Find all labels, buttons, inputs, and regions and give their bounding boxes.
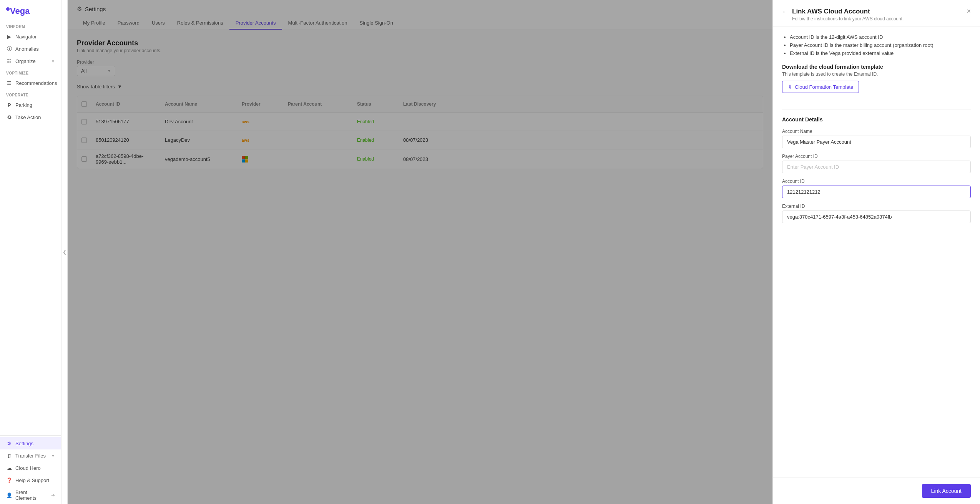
- section-label-voptimize: vOptimize: [0, 67, 61, 77]
- section-label-vinform: vInform: [0, 21, 61, 30]
- main-content: ⚙ Settings My Profile Password Users Rol…: [68, 0, 772, 504]
- info-bullets: Account ID is the 12-digit AWS account I…: [782, 34, 971, 56]
- sidebar-item-organize[interactable]: ☷ Organize ▼: [0, 55, 61, 67]
- right-panel: ← Link AWS Cloud Account Follow the inst…: [772, 0, 980, 504]
- sidebar-section-voperate: vOperate P Parking ✪ Take Action: [0, 89, 61, 123]
- sidebar-section-vinform: vInform ▶ Navigator ⓘ Anomalies ☷ Organi…: [0, 21, 61, 67]
- panel-close-button[interactable]: ×: [967, 8, 971, 15]
- sidebar-item-help-support[interactable]: ❓ Help & Support: [0, 474, 61, 486]
- transfer-icon: ⇵: [6, 453, 12, 459]
- field-label-account-name: Account Name: [782, 129, 971, 134]
- account-details-heading: Account Details: [782, 116, 971, 123]
- field-label-payer-account-id: Payer Account ID: [782, 154, 971, 159]
- sidebar-item-transfer-files[interactable]: ⇵ Transfer Files ▼: [0, 449, 61, 462]
- account-name-input[interactable]: [782, 136, 971, 148]
- help-icon: ❓: [6, 477, 12, 483]
- account-id-input[interactable]: [782, 186, 971, 198]
- sidebar-item-cloud-hero[interactable]: ☁ Cloud Hero: [0, 462, 61, 474]
- divider: [782, 109, 971, 109]
- sidebar-item-take-action[interactable]: ✪ Take Action: [0, 111, 61, 123]
- sidebar-item-recommendations[interactable]: ☰ Recommendations: [0, 77, 61, 89]
- field-group-external-id: External ID: [782, 204, 971, 223]
- link-account-button[interactable]: Link Account: [922, 484, 971, 498]
- logout-icon[interactable]: ➔: [51, 492, 55, 498]
- field-group-account-id: Account ID: [782, 179, 971, 198]
- panel-back-button[interactable]: ←: [782, 8, 788, 15]
- parking-icon: P: [6, 102, 12, 108]
- external-id-input[interactable]: [782, 211, 971, 223]
- panel-header-left: ← Link AWS Cloud Account Follow the inst…: [782, 8, 904, 22]
- navigate-icon: ▶: [6, 33, 12, 40]
- download-section-heading: Download the cloud formation template: [782, 64, 971, 70]
- sidebar-item-settings[interactable]: ⚙ Settings: [0, 437, 61, 449]
- sidebar-item-brent-clements[interactable]: 👤 Brent Clements ➔: [0, 486, 61, 504]
- sidebar-bottom: ⚙ Settings ⇵ Transfer Files ▼ ☁ Cloud He…: [0, 435, 61, 504]
- list-icon: ☰: [6, 80, 12, 86]
- bullet-1: Account ID is the 12-digit AWS account I…: [790, 34, 971, 40]
- sidebar-logo: Vega: [0, 0, 61, 21]
- overlay-backdrop: [68, 0, 772, 504]
- sidebar-toggle[interactable]: ❮: [61, 0, 68, 504]
- cloud-formation-button[interactable]: ⇓ Cloud Formation Template: [782, 81, 859, 93]
- sidebar-item-navigator[interactable]: ▶ Navigator: [0, 30, 61, 43]
- sidebar-item-anomalies[interactable]: ⓘ Anomalies: [0, 43, 61, 55]
- download-icon: ⇓: [788, 84, 792, 90]
- field-label-external-id: External ID: [782, 204, 971, 209]
- grid-icon: ☷: [6, 58, 12, 64]
- cloud-icon: ☁: [6, 465, 12, 471]
- panel-title: Link AWS Cloud Account: [792, 8, 904, 15]
- field-group-payer-account-id: Payer Account ID: [782, 154, 971, 173]
- panel-body: Account ID is the 12-digit AWS account I…: [773, 27, 980, 477]
- section-label-voperate: vOperate: [0, 89, 61, 99]
- action-icon: ✪: [6, 114, 12, 120]
- user-icon: 👤: [6, 492, 12, 498]
- sidebar-section-voptimize: vOptimize ☰ Recommendations: [0, 67, 61, 89]
- account-details-section: Account Details Account Name Payer Accou…: [782, 116, 971, 223]
- download-section-desc: This template is used to create the Exte…: [782, 71, 971, 77]
- info-icon: ⓘ: [6, 46, 12, 52]
- bullet-3: External ID is the Vega provided externa…: [790, 50, 971, 56]
- chevron-down-icon-transfer: ▼: [51, 454, 55, 458]
- panel-footer: Link Account: [773, 477, 980, 504]
- payer-account-id-input[interactable]: [782, 161, 971, 173]
- gear-icon: ⚙: [6, 440, 12, 446]
- panel-subtitle: Follow the instructions to link your AWS…: [792, 16, 904, 22]
- panel-header: ← Link AWS Cloud Account Follow the inst…: [773, 0, 980, 27]
- chevron-down-icon: ▼: [51, 59, 55, 63]
- sidebar: Vega vInform ▶ Navigator ⓘ Anomalies ☷ O…: [0, 0, 61, 504]
- field-group-account-name: Account Name: [782, 129, 971, 148]
- bullet-2: Payer Account ID is the master billing a…: [790, 42, 971, 48]
- logo-text: Vega: [6, 6, 30, 16]
- sidebar-item-parking[interactable]: P Parking: [0, 99, 61, 111]
- field-label-account-id: Account ID: [782, 179, 971, 184]
